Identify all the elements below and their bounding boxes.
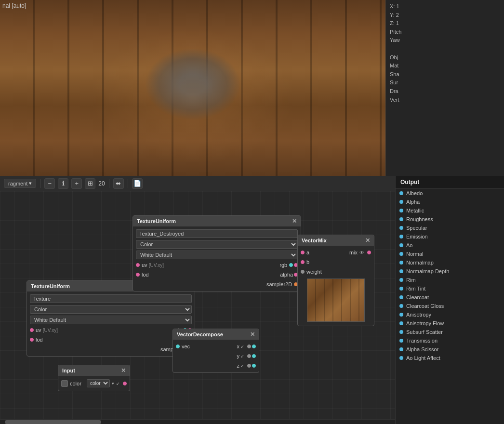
node-title: TextureUniform — [31, 283, 70, 289]
vec-row: vec x ↙ — [173, 342, 259, 351]
output-item-alpha[interactable]: Alpha — [396, 198, 504, 206]
output-item-albedo[interactable]: Albedo — [396, 189, 504, 198]
color-preview — [61, 380, 68, 387]
vectormix-header[interactable]: VectorMix ✕ — [298, 235, 374, 246]
scrollbar-thumb[interactable] — [5, 420, 101, 424]
output-label: Emission — [406, 234, 428, 239]
white-default-dropdown[interactable]: White Default — [30, 316, 192, 324]
coord-y: Y: 2 — [390, 11, 500, 20]
white-default-dropdown2[interactable]: White Default — [136, 251, 298, 259]
node-close-btn[interactable]: ✕ — [121, 367, 126, 374]
doc-btn[interactable]: 📄 — [132, 178, 143, 189]
output-item-anisotropy-flow[interactable]: Anisotropy Flow — [396, 319, 504, 328]
node-close-btn[interactable]: ✕ — [365, 237, 370, 244]
node-editor-scrollbar[interactable] — [0, 419, 395, 424]
mode-dropdown-btn[interactable]: ragment ▾ — [4, 179, 36, 188]
output-label: Albedo — [406, 190, 423, 196]
lod-socket-left — [30, 338, 34, 342]
output-dot — [399, 339, 403, 343]
output-dot — [399, 217, 403, 221]
output-label: Ao — [406, 242, 412, 248]
output-label: Anisotropy Flow — [406, 320, 444, 326]
output-item-subsurf-scatter[interactable]: Subsurf Scatter — [396, 328, 504, 336]
node-close-btn[interactable]: ✕ — [292, 218, 297, 225]
node-title: VectorMix — [302, 238, 327, 243]
output-dot — [399, 252, 403, 256]
sur-label: Sur — [390, 79, 500, 87]
output-title: Output — [400, 179, 419, 186]
lod-label: lod — [36, 337, 111, 343]
input-header[interactable]: Input ✕ — [58, 365, 130, 376]
output-label: Roughness — [406, 216, 433, 222]
z-socket-right — [247, 364, 251, 368]
toolbar-sep3 — [128, 179, 128, 188]
output-label: Anisotropy — [406, 312, 431, 318]
vec-label: vec — [182, 344, 211, 349]
output-item-transmission[interactable]: Transmission — [396, 336, 504, 345]
output-dot — [399, 287, 403, 291]
rgb-label: rgb — [108, 327, 181, 333]
output-dot — [399, 321, 403, 325]
y-socket-right — [247, 354, 251, 358]
output-label: Specular — [406, 225, 427, 231]
vectordecompose-header[interactable]: VectorDecompose ✕ — [173, 329, 259, 340]
output-item-specular[interactable]: Specular — [396, 224, 504, 232]
output-dot — [399, 347, 403, 351]
node-close-btn[interactable]: ✕ — [250, 331, 255, 338]
output-item-rim[interactable]: Rim — [396, 276, 504, 284]
output-item-clearcoat-gloss[interactable]: Clearcoat Gloss — [396, 302, 504, 310]
texture-name-field[interactable] — [30, 294, 192, 303]
toolbar-sep1 — [40, 179, 40, 188]
yaw-label: Yaw — [390, 36, 500, 45]
color-dropdown3[interactable]: color — [87, 379, 110, 387]
output-item-metallic[interactable]: Metallic — [396, 206, 504, 215]
output-item-clearcoat[interactable]: Clearcoat — [396, 293, 504, 302]
output-label: Normalmap — [406, 260, 434, 265]
output-item-normalmap-depth[interactable]: Normalmap Depth — [396, 267, 504, 276]
node-texture-uniform-left: TextureUniform ✕ Color White Default uv … — [27, 280, 195, 357]
output-header: Output — [396, 176, 504, 189]
output-label: Transmission — [406, 338, 438, 344]
texture-destroyed-field[interactable] — [136, 229, 298, 238]
nav-btn[interactable]: ⬌ — [113, 178, 124, 189]
output-item-emission[interactable]: Emission — [396, 232, 504, 241]
output-label: Subsurf Scatter — [406, 329, 443, 335]
y-label: y — [176, 353, 239, 359]
eye-icon[interactable]: 👁 — [359, 250, 364, 255]
viewport: nal [auto] — [0, 0, 385, 176]
output-item-alpha-scissor[interactable]: Alpha Scissor — [396, 345, 504, 354]
output-dot — [399, 269, 403, 273]
output-item-rim-tint[interactable]: Rim Tint — [396, 284, 504, 293]
node-input: Input ✕ color color ▾ ↙ — [58, 365, 130, 391]
info-btn[interactable]: ℹ — [58, 178, 68, 189]
x-label: x — [211, 344, 239, 349]
color-dropdown2[interactable]: Color — [136, 240, 298, 249]
uv-socket-left — [30, 328, 34, 332]
sha-label: Sha — [390, 70, 500, 79]
obj-label: Obj — [390, 53, 500, 62]
vectormix-thumbnail — [307, 278, 365, 322]
spacer1 — [390, 45, 500, 53]
z-socket-right2 — [252, 364, 256, 368]
zoom-in-btn[interactable]: + — [71, 178, 82, 189]
sampler2d-row: sampler2D — [27, 344, 195, 354]
output-item-normal[interactable]: Normal — [396, 250, 504, 258]
zoom-out-btn[interactable]: − — [44, 178, 55, 189]
output-label: Clearcoat — [406, 294, 429, 300]
color-dropdown[interactable]: Color — [30, 305, 192, 314]
output-item-ao[interactable]: Ao — [396, 241, 504, 250]
viewport-label: nal [auto] — [2, 2, 26, 9]
node-title: VectorDecompose — [177, 331, 223, 337]
arrow-icon2: ↙ — [116, 381, 120, 386]
color-label: color — [70, 381, 85, 386]
output-label: Alpha Scissor — [406, 346, 438, 352]
output-item-anisotropy[interactable]: Anisotropy — [396, 310, 504, 319]
grid-btn[interactable]: ⊞ — [85, 178, 95, 189]
uv-row: uv [UV.xy] rgb — [27, 325, 195, 335]
mode-chevron: ▾ — [29, 180, 32, 186]
output-dot — [399, 209, 403, 212]
output-item-ao-light-affect[interactable]: Ao Light Affect — [396, 354, 504, 362]
output-item-normalmap[interactable]: Normalmap — [396, 258, 504, 267]
node-texture-right-header[interactable]: TextureUniform ✕ — [133, 216, 301, 226]
output-item-roughness[interactable]: Roughness — [396, 215, 504, 224]
